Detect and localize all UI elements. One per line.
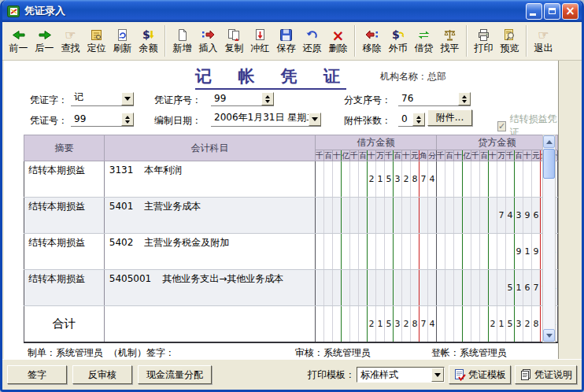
- scroll-down-icon[interactable]: [543, 329, 555, 342]
- debit-digit-cell[interactable]: [341, 198, 349, 234]
- debit-digit-cell[interactable]: [401, 234, 410, 270]
- account-cell[interactable]: 3131本年利润: [104, 161, 315, 198]
- debit-total-digit-cell[interactable]: [315, 306, 323, 342]
- toolbar-button-refresh[interactable]: 刷新: [109, 24, 135, 58]
- debit-digit-cell[interactable]: [349, 161, 358, 198]
- branch-seq-spinner-icon[interactable]: [458, 92, 471, 105]
- debit-digit-cell[interactable]: [393, 198, 401, 234]
- debit-total-digit-cell[interactable]: [332, 306, 341, 342]
- credit-digit-cell[interactable]: [436, 161, 445, 198]
- debit-digit-cell[interactable]: [419, 234, 427, 270]
- credit-digit-cell[interactable]: [445, 270, 453, 306]
- toolbar-button-save[interactable]: 保存: [273, 24, 299, 58]
- toolbar-button-new[interactable]: 新增: [169, 24, 195, 58]
- print-template-select[interactable]: 标准样式: [357, 367, 445, 383]
- sign-button[interactable]: 签字: [7, 365, 67, 384]
- credit-digit-cell[interactable]: [479, 161, 488, 198]
- debit-digit-cell[interactable]: [401, 270, 410, 306]
- credit-digit-cell[interactable]: [445, 234, 453, 270]
- attachments-spinner-icon[interactable]: [412, 113, 425, 126]
- cash-flow-allocation-button[interactable]: 现金流量分配: [138, 365, 212, 384]
- credit-digit-cell[interactable]: 9: [523, 198, 531, 234]
- toolbar-button-insert[interactable]: 插入: [195, 24, 221, 58]
- account-cell[interactable]: 5401主营业务成本: [104, 198, 315, 234]
- debit-total-digit-cell[interactable]: 7: [419, 306, 427, 342]
- voucher-word-dropdown-icon[interactable]: [121, 92, 134, 105]
- credit-digit-cell[interactable]: [505, 234, 514, 270]
- scroll-up-icon[interactable]: [543, 135, 555, 148]
- debit-digit-cell[interactable]: [410, 198, 419, 234]
- credit-digit-cell[interactable]: 4: [505, 198, 514, 234]
- toolbar-button-exit[interactable]: ☞退出: [530, 24, 556, 58]
- debit-total-digit-cell[interactable]: 2: [367, 306, 375, 342]
- debit-digit-cell[interactable]: [384, 198, 393, 234]
- debit-digit-cell[interactable]: [323, 161, 332, 198]
- debit-digit-cell[interactable]: [375, 198, 384, 234]
- credit-digit-cell[interactable]: 9: [514, 234, 523, 270]
- credit-digit-cell[interactable]: [436, 198, 445, 234]
- toolbar-button-locate[interactable]: 定位: [83, 24, 109, 58]
- credit-digit-cell[interactable]: [479, 198, 488, 234]
- debit-digit-cell[interactable]: [375, 234, 384, 270]
- debit-digit-cell[interactable]: [427, 270, 436, 306]
- credit-digit-cell[interactable]: [514, 161, 523, 198]
- debit-digit-cell[interactable]: [358, 161, 367, 198]
- credit-digit-cell[interactable]: 1: [514, 270, 523, 306]
- debit-digit-cell[interactable]: [358, 270, 367, 306]
- toolbar-button-debit-credit[interactable]: 借贷: [411, 24, 437, 58]
- credit-digit-cell[interactable]: 7: [497, 198, 505, 234]
- toolbar-button-foreign-currency[interactable]: $外币: [385, 24, 411, 58]
- voucher-no-spinner-icon[interactable]: [121, 113, 134, 126]
- toolbar-button-remove[interactable]: 移除: [359, 24, 385, 58]
- reverse-audit-button[interactable]: 反审核: [72, 365, 132, 384]
- debit-digit-cell[interactable]: [410, 234, 419, 270]
- summary-cell[interactable]: 结转本期损益: [24, 234, 105, 270]
- debit-total-digit-cell[interactable]: 1: [375, 306, 384, 342]
- debit-digit-cell[interactable]: [393, 270, 401, 306]
- account-cell[interactable]: 5405001其他业务支出→其他业务成本: [104, 270, 315, 306]
- debit-digit-cell[interactable]: [367, 198, 375, 234]
- debit-digit-cell[interactable]: [332, 270, 341, 306]
- debit-digit-cell[interactable]: [427, 198, 436, 234]
- toolbar-button-find[interactable]: ☞查找: [57, 24, 83, 58]
- debit-digit-cell[interactable]: [323, 198, 332, 234]
- minimize-button[interactable]: [526, 3, 542, 20]
- credit-total-digit-cell[interactable]: [471, 306, 479, 342]
- credit-digit-cell[interactable]: [436, 234, 445, 270]
- credit-digit-cell[interactable]: 6: [523, 270, 531, 306]
- credit-digit-cell[interactable]: 3: [514, 198, 523, 234]
- toolbar-button-balance[interactable]: $余额: [135, 24, 161, 58]
- credit-digit-cell[interactable]: [479, 270, 488, 306]
- debit-digit-cell[interactable]: [401, 198, 410, 234]
- credit-digit-cell[interactable]: [471, 270, 479, 306]
- debit-digit-cell[interactable]: [332, 234, 341, 270]
- credit-total-digit-cell[interactable]: [453, 306, 462, 342]
- credit-digit-cell[interactable]: 5: [505, 270, 514, 306]
- credit-total-digit-cell[interactable]: 2: [523, 306, 531, 342]
- toolbar-button-delete[interactable]: ×删除: [325, 24, 351, 58]
- debit-total-digit-cell[interactable]: [341, 306, 349, 342]
- close-button[interactable]: ×: [562, 3, 578, 20]
- toolbar-button-prev[interactable]: 前一: [6, 24, 31, 58]
- credit-digit-cell[interactable]: [453, 234, 462, 270]
- debit-digit-cell[interactable]: [315, 198, 323, 234]
- credit-digit-cell[interactable]: 1: [523, 234, 531, 270]
- table-scrollbar[interactable]: [542, 135, 556, 342]
- debit-digit-cell[interactable]: [375, 270, 384, 306]
- credit-digit-cell[interactable]: [505, 161, 514, 198]
- toolbar-button-restore[interactable]: 还原: [299, 24, 325, 58]
- credit-digit-cell[interactable]: 9: [531, 234, 540, 270]
- debit-digit-cell[interactable]: [323, 270, 332, 306]
- debit-digit-cell[interactable]: [323, 234, 332, 270]
- toolbar-button-print[interactable]: 打印: [471, 24, 497, 58]
- credit-digit-cell[interactable]: [471, 234, 479, 270]
- credit-total-digit-cell[interactable]: 8: [531, 306, 540, 342]
- scrollbar-thumb[interactable]: [543, 149, 555, 179]
- credit-digit-cell[interactable]: 7: [531, 270, 540, 306]
- date-dropdown-icon[interactable]: [309, 113, 321, 126]
- debit-digit-cell[interactable]: 1: [375, 161, 384, 198]
- credit-digit-cell[interactable]: [453, 198, 462, 234]
- credit-digit-cell[interactable]: [488, 270, 497, 306]
- attachments-field[interactable]: 0: [398, 111, 425, 127]
- credit-total-digit-cell[interactable]: 3: [514, 306, 523, 342]
